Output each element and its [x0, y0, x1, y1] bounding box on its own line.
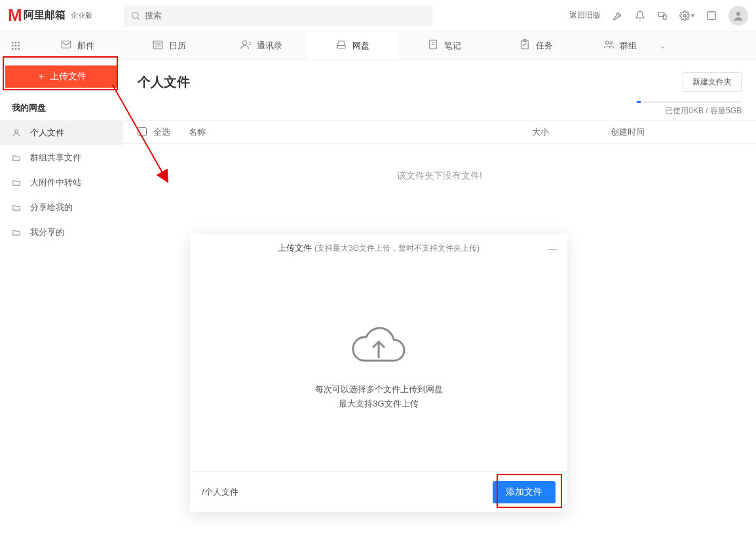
dialog-title-hint: (支持最大3G文件上传，暂时不支持文件夹上传) [314, 243, 480, 254]
gear-icon[interactable]: ▾ [679, 10, 694, 21]
sidebar-item-group-shared[interactable]: 群组共享文件 [0, 145, 123, 170]
sidebar-item-label: 群组共享文件 [30, 152, 81, 164]
dialog-hint-line1: 每次可以选择多个文件上传到网盘 [315, 384, 443, 395]
cloud-upload-icon [349, 324, 408, 372]
sidebar-item-large-attachments[interactable]: 大附件中转站 [0, 170, 123, 195]
upload-file-button[interactable]: ＋ 上传文件 [5, 65, 118, 88]
folder-share-icon [12, 153, 22, 162]
svg-point-27 [605, 41, 609, 45]
top-bar: M 阿里邮箱 企业版 返回旧版 ▾ [0, 0, 756, 31]
search-input[interactable] [124, 5, 433, 26]
upload-button-label: 上传文件 [50, 71, 86, 82]
svg-point-13 [12, 48, 14, 50]
svg-point-29 [15, 130, 18, 133]
tab-contacts[interactable]: 通讯录 [215, 31, 307, 60]
brand-name: 阿里邮箱 [24, 9, 66, 22]
sidebar-item-personal-files[interactable]: 个人文件 [0, 120, 123, 145]
storage-quota: 已使用0KB / 容量5GB [123, 98, 756, 120]
file-table-header: 全选 名称 大小 创建时间 [123, 120, 756, 144]
dialog-body[interactable]: 每次可以选择多个文件上传到网盘 最大支持3G文件上传 [190, 262, 567, 471]
svg-point-10 [12, 45, 14, 46]
tab-drive[interactable]: 网盘 [307, 31, 398, 60]
tab-groups[interactable]: 群组 ⌄ [582, 31, 687, 60]
svg-point-9 [18, 42, 20, 44]
svg-point-19 [242, 41, 246, 45]
tab-notes-label: 笔记 [444, 40, 461, 52]
sidebar-item-my-shares[interactable]: 我分享的 [0, 220, 123, 245]
drive-icon [335, 39, 347, 52]
sidebar-item-label: 我分享的 [30, 226, 64, 238]
person-icon [12, 128, 22, 137]
tab-tasks[interactable]: 任务 [490, 31, 582, 60]
logo-mark: M [8, 5, 22, 26]
main-nav: 邮件 25 日历 通讯录 网盘 笔记 任务 群组 ⌄ [0, 31, 756, 60]
plus-icon: ＋ [37, 71, 46, 82]
sidebar-item-shared-with-me[interactable]: 分享给我的 [0, 195, 123, 220]
page-title: 个人文件 [138, 73, 190, 91]
svg-point-6 [736, 12, 740, 16]
quota-bar [637, 101, 742, 103]
tab-drive-label: 网盘 [352, 40, 369, 52]
notes-icon [427, 39, 439, 52]
tab-mail[interactable]: 邮件 [31, 31, 123, 60]
select-all-checkbox[interactable] [138, 127, 147, 136]
svg-point-7 [12, 42, 14, 44]
upload-target-path: /个人文件 [202, 486, 238, 498]
svg-point-12 [18, 45, 20, 46]
sidebar: ＋ 上传文件 我的网盘 个人文件 群组共享文件 大附件中转站 分享给我的 我分享… [0, 60, 123, 542]
minimize-icon[interactable]: — [548, 244, 557, 254]
svg-point-4 [683, 14, 686, 17]
tasks-icon [519, 39, 531, 52]
devices-icon[interactable] [657, 10, 668, 21]
svg-line-1 [138, 18, 140, 20]
dialog-header: 上传文件 (支持最大3G文件上传，暂时不支持文件夹上传) — [190, 234, 567, 262]
column-created[interactable]: 创建时间 [611, 126, 742, 138]
empty-folder-message: 该文件夹下没有文件! [123, 144, 756, 208]
folder-in-icon [12, 203, 22, 212]
svg-point-11 [15, 45, 17, 46]
add-file-button[interactable]: 添加文件 [493, 481, 556, 503]
expand-icon[interactable] [706, 10, 717, 21]
tab-calendar-label: 日历 [169, 40, 186, 52]
folder-transfer-icon [12, 178, 22, 187]
svg-point-8 [15, 42, 17, 44]
sidebar-section-title: 我的网盘 [0, 93, 123, 120]
dialog-title: 上传文件 [278, 242, 312, 254]
avatar[interactable] [728, 6, 748, 26]
chevron-down-icon: ⌄ [659, 41, 666, 50]
header-actions: 返回旧版 ▾ [569, 6, 748, 26]
tab-contacts-label: 通讯录 [257, 40, 282, 52]
svg-rect-5 [708, 12, 715, 20]
dialog-footer: /个人文件 添加文件 [190, 471, 567, 512]
dialog-hint-line2: 最大支持3G文件上传 [339, 398, 418, 410]
back-old-version-link[interactable]: 返回旧版 [569, 10, 601, 21]
new-folder-button[interactable]: 新建文件夹 [683, 72, 742, 92]
groups-icon [603, 39, 614, 52]
svg-point-28 [609, 42, 612, 45]
brand-edition: 企业版 [71, 10, 92, 20]
tab-calendar[interactable]: 25 日历 [123, 31, 215, 60]
upload-dialog: 上传文件 (支持最大3G文件上传，暂时不支持文件夹上传) — 每次可以选择多个文… [190, 234, 567, 512]
tab-groups-label: 群组 [620, 40, 637, 52]
search-icon [130, 10, 141, 23]
search-container [124, 5, 433, 26]
calendar-icon: 25 [152, 39, 164, 52]
tab-tasks-label: 任务 [536, 40, 553, 52]
mail-icon [60, 39, 72, 52]
column-size[interactable]: 大小 [532, 126, 611, 138]
folder-out-icon [12, 228, 22, 237]
svg-rect-16 [62, 41, 71, 48]
svg-point-14 [15, 48, 17, 50]
svg-point-15 [18, 48, 20, 50]
brand-logo: M 阿里邮箱 企业版 [8, 5, 92, 26]
sidebar-item-label: 分享给我的 [30, 202, 73, 213]
tab-notes[interactable]: 笔记 [398, 31, 490, 60]
wrench-icon[interactable] [613, 10, 623, 21]
bell-icon[interactable] [635, 10, 645, 21]
column-select-all[interactable]: 全选 [153, 126, 189, 138]
column-name[interactable]: 名称 [189, 126, 532, 138]
svg-point-0 [132, 12, 138, 18]
quota-text: 已使用0KB / 容量5GB [665, 106, 742, 115]
apps-grid-icon[interactable] [0, 31, 31, 60]
tab-mail-label: 邮件 [77, 40, 94, 52]
